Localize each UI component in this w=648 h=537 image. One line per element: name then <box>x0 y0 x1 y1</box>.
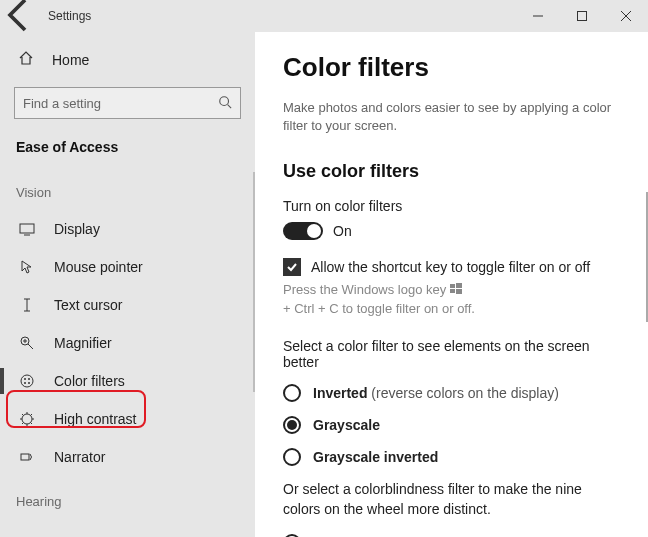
page-title: Color filters <box>283 52 620 83</box>
svg-point-4 <box>220 96 229 105</box>
svg-rect-32 <box>450 289 455 293</box>
search-input[interactable] <box>23 96 218 111</box>
sidebar-item-label: High contrast <box>54 411 136 427</box>
shortcut-checkbox[interactable] <box>283 258 301 276</box>
sidebar-item-label: Magnifier <box>54 335 112 351</box>
radio-button[interactable] <box>283 384 301 402</box>
svg-line-25 <box>22 414 24 416</box>
svg-rect-31 <box>456 283 462 288</box>
svg-rect-33 <box>456 289 462 294</box>
sidebar-item-high-contrast[interactable]: High contrast <box>0 400 255 438</box>
display-icon <box>18 221 36 237</box>
select-filter-label: Select a color filter to see elements on… <box>283 338 620 370</box>
svg-rect-29 <box>21 454 29 460</box>
radio-button[interactable] <box>283 416 301 434</box>
radio-grayscale[interactable]: Grayscale <box>283 416 620 434</box>
svg-point-19 <box>28 382 30 384</box>
radio-button[interactable] <box>283 448 301 466</box>
magnifier-icon <box>18 335 36 351</box>
main-panel: Color filters Make photos and colors eas… <box>255 32 648 537</box>
svg-rect-6 <box>20 224 34 233</box>
group-vision: Vision <box>0 167 255 210</box>
checkbox-label: Allow the shortcut key to toggle filter … <box>311 259 590 275</box>
page-description: Make photos and colors easier to see by … <box>283 99 620 135</box>
svg-line-26 <box>31 423 33 425</box>
sidebar-item-mouse-pointer[interactable]: Mouse pointer <box>0 248 255 286</box>
svg-point-18 <box>24 382 26 384</box>
high-contrast-icon <box>18 411 36 427</box>
minimize-button[interactable] <box>516 0 560 32</box>
close-button[interactable] <box>604 0 648 32</box>
svg-point-17 <box>28 378 30 380</box>
sidebar-item-narrator[interactable]: Narrator <box>0 438 255 476</box>
shortcut-hint: Press the Windows logo key + Ctrl + C to… <box>283 282 620 316</box>
windows-key-icon <box>450 283 462 297</box>
color-filters-icon <box>18 373 36 389</box>
section-heading: Use color filters <box>283 161 620 182</box>
radio-inverted[interactable]: Inverted (reverse colors on the display) <box>283 384 620 402</box>
home-icon <box>18 50 36 69</box>
text-cursor-icon <box>18 297 36 313</box>
narrator-icon <box>18 449 36 465</box>
maximize-button[interactable] <box>560 0 604 32</box>
svg-point-15 <box>21 375 33 387</box>
sidebar-item-label: Mouse pointer <box>54 259 143 275</box>
radio-button[interactable] <box>283 534 301 537</box>
sidebar-item-color-filters[interactable]: Color filters <box>0 362 255 400</box>
sidebar-item-label: Narrator <box>54 449 105 465</box>
search-icon <box>218 95 232 112</box>
search-box[interactable] <box>14 87 241 119</box>
sidebar-item-magnifier[interactable]: Magnifier <box>0 324 255 362</box>
svg-rect-30 <box>450 284 455 288</box>
svg-line-28 <box>31 414 33 416</box>
category-heading: Ease of Access <box>0 133 255 167</box>
sidebar-item-label: Color filters <box>54 373 125 389</box>
svg-line-27 <box>22 423 24 425</box>
sidebar: Home Ease of Access Vision Display Mouse… <box>0 32 255 537</box>
radio-grayscale-inverted[interactable]: Grayscale inverted <box>283 448 620 466</box>
or-text: Or select a colorblindness filter to mak… <box>283 480 620 519</box>
radio-red-green-deuteranopia[interactable]: Red-green (green weak, deuteranopia) <box>283 534 620 537</box>
svg-rect-1 <box>578 12 587 21</box>
sidebar-item-label: Text cursor <box>54 297 122 313</box>
titlebar: Settings <box>0 0 648 32</box>
svg-line-12 <box>28 344 33 349</box>
color-filters-toggle[interactable] <box>283 222 323 240</box>
sidebar-item-display[interactable]: Display <box>0 210 255 248</box>
mouse-pointer-icon <box>18 259 36 275</box>
home-label: Home <box>52 52 89 68</box>
svg-line-5 <box>228 104 232 108</box>
home-link[interactable]: Home <box>0 42 255 77</box>
group-hearing: Hearing <box>0 476 255 519</box>
sidebar-item-text-cursor[interactable]: Text cursor <box>0 286 255 324</box>
toggle-state: On <box>333 223 352 239</box>
sidebar-item-label: Display <box>54 221 100 237</box>
svg-point-16 <box>24 378 26 380</box>
toggle-label: Turn on color filters <box>283 198 620 214</box>
window-title: Settings <box>48 9 91 23</box>
